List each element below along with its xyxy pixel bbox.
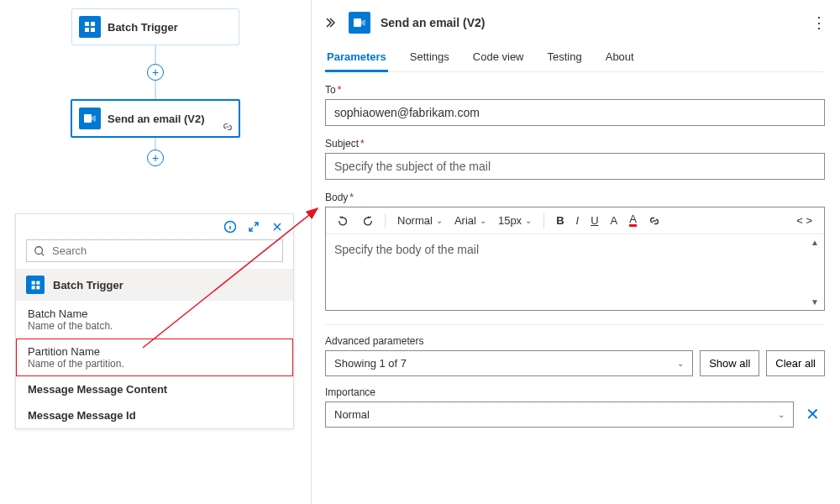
close-icon[interactable] — [270, 219, 285, 234]
tab-about[interactable]: About — [604, 42, 636, 71]
svg-line-9 — [42, 253, 45, 255]
workflow-canvas: Batch Trigger + Send an email (V2) + — [0, 0, 311, 504]
link-button[interactable] — [645, 213, 664, 228]
font-select[interactable]: Arial ⌄ — [451, 213, 490, 228]
bold-button[interactable]: B — [553, 213, 567, 228]
redo-icon[interactable] — [358, 213, 376, 228]
code-toggle-button[interactable]: < > — [793, 213, 816, 228]
to-label: To* — [325, 84, 825, 96]
dynamic-item-message-content[interactable]: Message Message Content — [16, 376, 293, 402]
chevron-down-icon: ⌄ — [778, 410, 785, 419]
svg-rect-3 — [91, 28, 95, 32]
show-all-button[interactable]: Show all — [700, 350, 759, 376]
to-input[interactable] — [325, 99, 825, 126]
scroll-down-icon: ▼ — [811, 297, 819, 307]
importance-label: Importance — [325, 386, 794, 398]
connector-line — [155, 81, 156, 99]
svg-rect-10 — [31, 281, 34, 284]
connector-line — [155, 138, 156, 150]
body-editor: Normal ⌄ Arial ⌄ 15px ⌄ B I U A A < > Sp… — [325, 207, 825, 311]
properties-panel: Send an email (V2) ⋮ Parameters Settings… — [311, 0, 840, 504]
tab-code-view[interactable]: Code view — [471, 42, 526, 71]
dynamic-search-input[interactable] — [26, 239, 283, 262]
divider — [325, 324, 825, 325]
svg-point-7 — [229, 223, 230, 224]
add-step-button-2[interactable]: + — [147, 150, 164, 166]
advanced-select[interactable]: Showing 1 of 7 ⌄ — [325, 350, 693, 376]
trigger-title: Batch Trigger — [108, 21, 178, 34]
highlight-button[interactable]: A — [626, 213, 640, 228]
more-menu-icon[interactable]: ⋮ — [811, 13, 825, 32]
svg-rect-13 — [36, 286, 39, 289]
svg-rect-0 — [85, 22, 89, 26]
group-title: Batch Trigger — [53, 279, 123, 291]
dynamic-item-partition-name[interactable]: Partition Name Name of the partition. — [16, 339, 293, 376]
svg-rect-2 — [85, 28, 89, 32]
search-field[interactable] — [52, 244, 276, 257]
connector-line — [155, 45, 156, 64]
scroll-up-icon: ▲ — [811, 238, 819, 247]
batch-trigger-icon — [79, 16, 101, 38]
expand-icon[interactable] — [246, 219, 261, 234]
action-title: Send an email (V2) — [108, 113, 205, 125]
connection-link-icon — [222, 121, 234, 133]
remove-parameter-icon[interactable]: ✕ — [801, 401, 825, 428]
svg-rect-11 — [36, 281, 39, 284]
italic-button[interactable]: I — [573, 213, 583, 228]
importance-select[interactable]: Normal ⌄ — [325, 402, 794, 428]
dynamic-item-message-id[interactable]: Message Message Id — [16, 402, 293, 428]
svg-point-8 — [35, 246, 43, 254]
body-label: Body* — [325, 192, 825, 203]
tab-testing[interactable]: Testing — [546, 42, 584, 71]
advanced-label: Advanced parameters — [325, 335, 693, 347]
add-step-button-1[interactable]: + — [147, 64, 164, 81]
batch-trigger-icon — [26, 276, 45, 294]
undo-icon[interactable] — [334, 213, 353, 228]
subject-label: Subject* — [325, 138, 825, 150]
body-textarea[interactable]: Specify the body of the mail ▲ ▼ — [326, 234, 824, 310]
chevron-down-icon: ⌄ — [677, 359, 684, 368]
size-select[interactable]: 15px ⌄ — [495, 213, 535, 228]
outlook-icon — [79, 108, 101, 129]
collapse-panel-icon[interactable] — [325, 16, 339, 29]
tab-parameters[interactable]: Parameters — [325, 42, 388, 71]
font-color-button[interactable]: A — [607, 213, 622, 228]
dynamic-content-popup: Batch Trigger Batch Name Name of the bat… — [15, 213, 294, 429]
subject-input[interactable] — [325, 153, 825, 180]
trigger-node[interactable]: Batch Trigger — [71, 8, 239, 45]
panel-tabs: Parameters Settings Code view Testing Ab… — [325, 42, 825, 72]
svg-rect-4 — [84, 114, 92, 123]
outlook-icon — [349, 12, 370, 34]
panel-title: Send an email (V2) — [381, 16, 801, 29]
info-icon[interactable] — [223, 219, 238, 234]
underline-button[interactable]: U — [587, 213, 601, 228]
style-select[interactable]: Normal ⌄ — [394, 213, 446, 228]
dynamic-group-header: Batch Trigger — [16, 269, 293, 301]
action-node[interactable]: Send an email (V2) — [71, 99, 240, 138]
svg-rect-1 — [91, 22, 95, 26]
svg-rect-12 — [31, 286, 34, 289]
clear-all-button[interactable]: Clear all — [766, 350, 825, 376]
tab-settings[interactable]: Settings — [408, 42, 451, 71]
dynamic-item-batch-name[interactable]: Batch Name Name of the batch. — [16, 301, 293, 339]
svg-rect-14 — [354, 18, 361, 27]
